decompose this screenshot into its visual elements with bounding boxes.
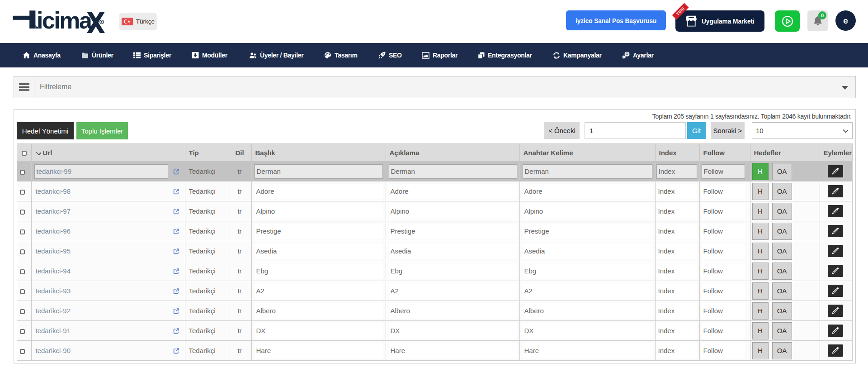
svg-text:R: R bbox=[101, 21, 103, 24]
svg-text:icima: icima bbox=[37, 8, 93, 33]
